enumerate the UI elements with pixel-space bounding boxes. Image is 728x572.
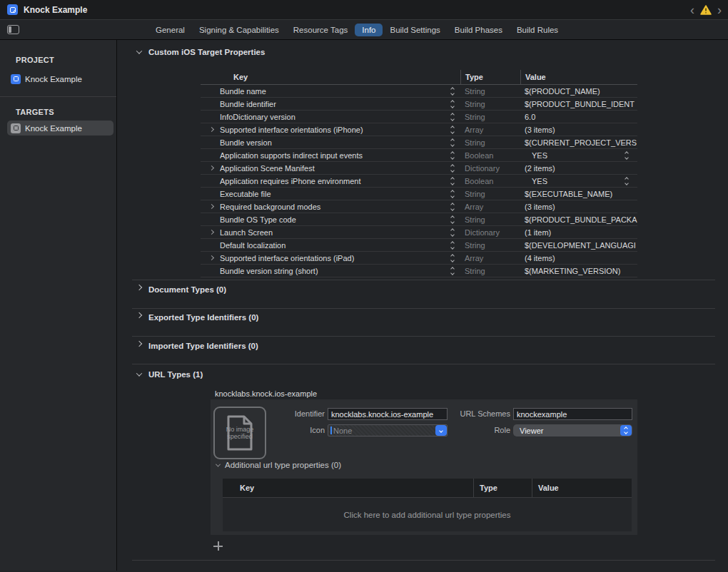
table-row[interactable]: Application Scene Manifest Dictionary (2… — [201, 162, 637, 175]
property-value: $(EXECUTABLE_NAME) — [525, 190, 612, 198]
icon-combo-box[interactable]: None — [328, 424, 448, 436]
property-key: Application Scene Manifest — [220, 164, 451, 173]
key-stepper-icon[interactable] — [451, 178, 454, 185]
tab[interactable]: Resource Tags — [286, 24, 355, 36]
chevron-right-icon[interactable] — [136, 312, 142, 318]
key-stepper-icon[interactable] — [451, 216, 454, 223]
tab[interactable]: General — [148, 24, 192, 36]
target-icon — [11, 123, 21, 133]
key-stepper-icon[interactable] — [451, 101, 454, 108]
section-url-types[interactable]: URL Types (1) — [137, 370, 203, 379]
property-value: $(PRODUCT_BUNDLE_IDENT — [525, 100, 635, 108]
table-row[interactable]: Bundle name String $(PRODUCT_NAME) — [201, 85, 637, 98]
section-custom-ios-target-properties[interactable]: Custom iOS Target Properties — [137, 48, 265, 56]
sidebar-item-project[interactable]: Knock Example — [7, 71, 113, 86]
project-icon — [11, 74, 21, 84]
chevron-down-icon[interactable] — [216, 461, 221, 466]
targets-section-header: TARGETS — [16, 108, 54, 116]
key-stepper-icon[interactable] — [451, 139, 454, 146]
collapsed-section-header[interactable]: Document Types (0) — [137, 285, 258, 313]
section-title: Custom iOS Target Properties — [148, 48, 265, 56]
key-stepper-icon[interactable] — [451, 88, 454, 95]
sidebar-toggle-icon[interactable] — [7, 25, 19, 34]
table-row[interactable]: Bundle identifier String $(PRODUCT_BUNDL… — [201, 98, 637, 111]
text-caret — [330, 427, 332, 434]
table-row[interactable]: Default localization String $(DEVELOPMEN… — [201, 239, 637, 252]
sidebar-item-label: Knock Example — [25, 75, 82, 83]
property-type: Array — [460, 126, 520, 134]
key-stepper-icon[interactable] — [451, 242, 454, 249]
property-value: (3 items) — [525, 126, 555, 134]
disclosure-chevron-icon[interactable] — [209, 165, 214, 170]
key-stepper-icon[interactable] — [451, 152, 454, 159]
url-schemes-field[interactable] — [513, 408, 632, 420]
table-row[interactable]: Application requires iPhone environment … — [201, 175, 637, 188]
property-type: String — [460, 87, 520, 96]
column-header-value: Value — [520, 70, 637, 84]
key-stepper-icon[interactable] — [451, 126, 454, 133]
disclosure-chevron-icon[interactable] — [209, 204, 214, 209]
add-url-type-button[interactable] — [213, 541, 223, 551]
column-header-type: Type — [460, 70, 520, 84]
chevron-down-icon[interactable] — [136, 370, 142, 376]
table-row[interactable]: Supported interface orientations (iPad) … — [201, 252, 637, 265]
tab[interactable]: Info — [355, 24, 383, 36]
add-additional-properties-area[interactable]: Click here to add additional url type pr… — [223, 497, 632, 531]
table-row[interactable]: Supported interface orientations (iPhone… — [201, 123, 637, 136]
tab[interactable]: Signing & Capabilities — [192, 24, 286, 36]
property-type: Dictionary — [460, 228, 520, 237]
info-editor-pane: Custom iOS Target Properties Key Type Va… — [117, 40, 728, 571]
warning-icon[interactable] — [700, 5, 712, 15]
identifier-field[interactable] — [328, 408, 448, 420]
property-value: $(MARKETING_VERSION) — [525, 267, 620, 275]
combo-dropdown-button[interactable] — [435, 425, 447, 436]
collapsed-section-header[interactable]: Imported Type Identifiers (0) — [137, 342, 258, 369]
popup-updown-icon — [620, 425, 632, 436]
table-row[interactable]: Launch Screen Dictionary (1 item) — [201, 226, 637, 239]
sidebar-item-label: Knock Example — [25, 124, 82, 133]
table-row[interactable]: Application supports indirect input even… — [201, 149, 637, 162]
additional-properties-title: Additional url type properties (0) — [225, 461, 341, 469]
forward-chevron-icon[interactable]: › — [717, 5, 722, 15]
property-key: Default localization — [220, 241, 451, 250]
key-stepper-icon[interactable] — [451, 190, 454, 198]
table-header: Key Type Value — [201, 70, 637, 85]
key-stepper-icon[interactable] — [451, 229, 454, 236]
property-type: Dictionary — [460, 164, 520, 173]
sidebar-item-target[interactable]: Knock Example — [7, 121, 113, 136]
value-stepper-icon[interactable] — [625, 152, 628, 159]
disclosure-chevron-icon[interactable] — [209, 230, 214, 235]
tab[interactable]: Build Phases — [448, 24, 510, 36]
back-chevron-icon[interactable]: ‹ — [689, 5, 695, 15]
chevron-right-icon[interactable] — [136, 285, 142, 290]
key-stepper-icon[interactable] — [451, 165, 454, 172]
tab[interactable]: Build Rules — [510, 24, 565, 36]
project-navigator-sidebar: PROJECT Knock Example TARGETS Knock Exam… — [0, 40, 117, 571]
chevron-down-icon[interactable] — [136, 48, 142, 53]
column-header-key: Key — [223, 479, 473, 497]
project-section-header: PROJECT — [16, 56, 54, 64]
value-stepper-icon[interactable] — [625, 178, 628, 185]
table-row[interactable]: Bundle version String $(CURRENT_PROJECT_… — [201, 136, 637, 149]
chevron-right-icon[interactable] — [136, 341, 142, 347]
key-stepper-icon[interactable] — [451, 203, 454, 210]
key-stepper-icon[interactable] — [451, 255, 454, 262]
property-key: Bundle OS Type code — [220, 215, 451, 224]
table-row[interactable]: Bundle version string (short) String $(M… — [201, 265, 637, 277]
disclosure-chevron-icon[interactable] — [209, 127, 214, 132]
table-rows: Bundle name String $(PRODUCT_NAME) — [201, 85, 637, 277]
role-value: Viewer — [520, 427, 620, 435]
table-row[interactable]: Bundle OS Type code String $(PRODUCT_BUN… — [201, 213, 637, 226]
table-row[interactable]: Executable file String $(EXECUTABLE_NAME… — [201, 188, 637, 200]
key-stepper-icon[interactable] — [451, 267, 454, 275]
table-row[interactable]: InfoDictionary version String 6.0 — [201, 111, 637, 123]
collapsed-section-header[interactable]: Exported Type Identifiers (0) — [137, 313, 258, 341]
icon-label: Icon — [253, 426, 325, 434]
disclosure-chevron-icon[interactable] — [209, 255, 214, 260]
additional-properties-disclosure[interactable]: Additional url type properties (0) — [216, 461, 341, 469]
key-stepper-icon[interactable] — [451, 113, 454, 121]
section-title: URL Types (1) — [148, 370, 203, 379]
table-row[interactable]: Required background modes Array (3 items… — [201, 200, 637, 213]
tab[interactable]: Build Settings — [383, 24, 447, 36]
role-popup-button[interactable]: Viewer — [513, 424, 632, 436]
